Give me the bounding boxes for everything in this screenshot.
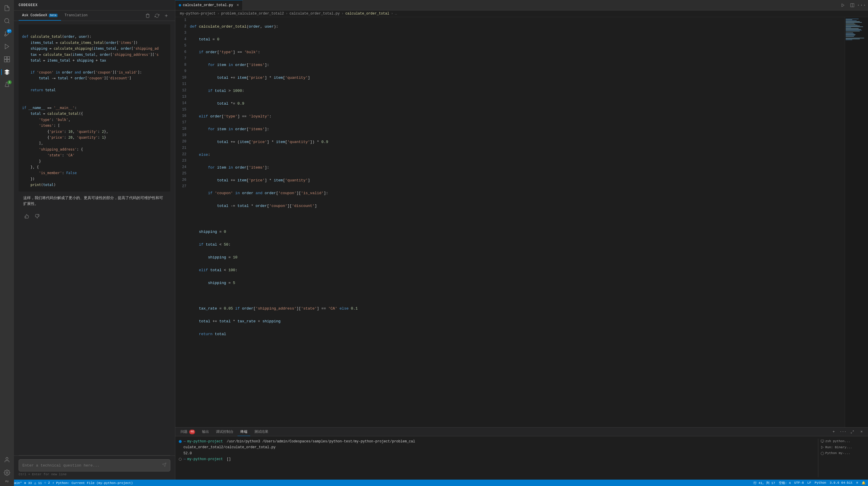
tab-terminal[interactable]: 终端: [238, 428, 250, 436]
terminal-line-prompt: → my-python-project []: [179, 456, 818, 462]
main-container: CODEGEEX Ask CodeGeeX beta Translation: [14, 0, 868, 480]
warning-count[interactable]: △ 11: [34, 481, 42, 485]
input-area: Enter a technical question here... Ctrl …: [14, 455, 175, 480]
python-task[interactable]: ⚡ Python: Current File (my-python-projec…: [52, 481, 133, 485]
input-wrapper: Enter a technical question here...: [19, 459, 170, 472]
bottom-tab-actions: + ··· ×: [830, 428, 866, 436]
encoding[interactable]: UTF-8: [794, 481, 804, 485]
codegeex-header: CODEGEEX: [14, 0, 175, 10]
tab-dot: [179, 4, 181, 6]
svg-rect-22: [821, 440, 824, 442]
terminal-line-1: → my-python-project /usr/bin/python3 /Us…: [179, 438, 818, 445]
run-debug-icon[interactable]: [1, 41, 13, 52]
thumbs-down-button[interactable]: [34, 213, 41, 220]
settings-icon[interactable]: [1, 467, 13, 479]
svg-point-0: [5, 19, 9, 23]
new-terminal-button[interactable]: +: [830, 428, 838, 436]
cursor-position[interactable]: 行 41, 列 17: [753, 481, 775, 485]
notifications-button[interactable]: ≡: [856, 481, 858, 485]
send-icon[interactable]: [162, 462, 166, 468]
info-count[interactable]: ○ 2: [44, 481, 50, 485]
response-description: 这样，我们将代码分解成了更小的、更具可读性的部分，提高了代码的可维护性和可扩展性…: [19, 191, 170, 211]
testing-badge: 1: [7, 80, 12, 84]
input-hint: Ctrl + Enter for new line: [19, 472, 170, 476]
testing-icon[interactable]: 1: [1, 79, 13, 91]
svg-point-11: [6, 457, 8, 460]
bell-icon[interactable]: 🔔: [862, 481, 866, 485]
editor-top-actions: ···: [839, 1, 868, 9]
tab-problems[interactable]: 问题 46: [178, 428, 198, 436]
account-icon[interactable]: [1, 454, 13, 466]
tabs-bar: Ask CodeGeeX beta Translation: [14, 10, 175, 21]
source-control-icon[interactable]: 97: [1, 28, 13, 39]
problems-badge: 46: [189, 430, 195, 434]
tab-test-results[interactable]: 测试结果: [251, 428, 271, 436]
svg-point-12: [6, 472, 8, 474]
activity-bar: 97 1: [0, 0, 14, 486]
svg-line-21: [851, 432, 852, 433]
terminal-run-item[interactable]: Run: Binary...: [820, 445, 865, 450]
right-panel: calculate_order_total.py × ···: [175, 0, 868, 480]
code-editor[interactable]: 1 2 3 4 5 6 7 8 9 10 11 12 13 14 15 16 1: [175, 17, 868, 427]
tab-ask-codegeex[interactable]: Ask CodeGeeX beta: [19, 10, 61, 21]
codegeex-icon[interactable]: [1, 66, 13, 78]
tab-actions: [144, 11, 170, 20]
split-editor-button[interactable]: [848, 1, 856, 9]
terminal-shell-item[interactable]: zsh python...: [820, 438, 865, 444]
breadcrumb-file[interactable]: calculate_order_total.py: [289, 11, 340, 16]
terminal-area: → my-python-project /usr/bin/python3 /Us…: [175, 436, 868, 480]
python-version[interactable]: 3.9.6 64-bit: [830, 481, 852, 485]
more-actions-button[interactable]: ···: [858, 1, 866, 9]
error-count[interactable]: ⊗ 33: [24, 481, 32, 485]
indentation[interactable]: 空格: 4: [779, 481, 791, 485]
breadcrumb-function[interactable]: calculate_order_total: [345, 11, 389, 16]
new-chat-button[interactable]: [162, 11, 170, 20]
editor-area: 1 2 3 4 5 6 7 8 9 10 11 12 13 14 15 16 1: [175, 17, 868, 427]
svg-line-1: [8, 22, 9, 23]
status-right: 行 41, 列 17 空格: 4 UTF-8 LF Python 3.9.6 6…: [753, 481, 866, 485]
tab-debug-console[interactable]: 调试控制台: [213, 428, 236, 436]
terminal-line-2: culate_order_total2/calculate_order_tota…: [179, 445, 818, 450]
svg-rect-9: [7, 60, 9, 62]
refresh-button[interactable]: [153, 11, 161, 20]
code-content: def calculate_order_total(order, user): …: [190, 17, 845, 427]
close-tab-button[interactable]: ×: [237, 3, 239, 7]
terminal-sidebar: zsh python... Run: Binary... Python my-.…: [818, 438, 865, 477]
breadcrumb-folder[interactable]: problem_calculate_order_total2: [221, 11, 284, 16]
terminal-bullet-2: [179, 458, 182, 461]
delete-conversation-button[interactable]: [144, 11, 152, 20]
terminal-bullet-1: [179, 440, 182, 443]
terminal-python-item[interactable]: Python my-...: [820, 451, 865, 456]
line-numbers: 1 2 3 4 5 6 7 8 9 10 11 12 13 14 15 16 1: [175, 17, 190, 427]
files-icon[interactable]: [1, 2, 13, 14]
svg-marker-5: [5, 44, 9, 49]
terminal-main[interactable]: → my-python-project /usr/bin/python3 /Us…: [179, 438, 818, 477]
input-field[interactable]: Enter a technical question here...: [22, 463, 99, 468]
extensions-icon[interactable]: [1, 54, 13, 65]
bottom-tabs: 问题 46 输出 调试控制台 终端 测试结果 + ···: [175, 428, 868, 436]
tab-translation[interactable]: Translation: [61, 10, 91, 21]
thumbs-up-button[interactable]: [23, 213, 30, 220]
activity-bar-bottom: PU: [1, 454, 13, 484]
terminal-close-button[interactable]: ×: [858, 428, 866, 436]
svg-point-4: [5, 35, 6, 36]
search-icon[interactable]: [1, 15, 13, 27]
status-pu: PU: [5, 480, 9, 484]
run-file-button[interactable]: [839, 1, 847, 9]
svg-rect-7: [7, 57, 9, 59]
editor-tab-active[interactable]: calculate_order_total.py ×: [175, 0, 243, 10]
editor-tabs: calculate_order_total.py × ···: [175, 0, 868, 10]
language-mode[interactable]: Python: [815, 481, 827, 485]
terminal-more-button[interactable]: ···: [839, 428, 847, 436]
status-left: ✕ ⎇ main* ⊗ 33 △ 11 ○ 2 ⚡ Python: Curren…: [2, 481, 133, 485]
svg-rect-8: [4, 60, 7, 62]
svg-rect-6: [4, 57, 7, 59]
line-ending[interactable]: LF: [807, 481, 811, 485]
codegeex-title: CODEGEEX: [19, 3, 38, 7]
breadcrumb: my-python-project › problem_calculate_or…: [175, 10, 868, 17]
bottom-panel: 问题 46 输出 调试控制台 终端 测试结果 + ···: [175, 427, 868, 480]
breadcrumb-project[interactable]: my-python-project: [180, 11, 215, 16]
terminal-maximize-button[interactable]: [848, 428, 856, 436]
svg-point-26: [821, 452, 824, 455]
tab-output[interactable]: 输出: [199, 428, 212, 436]
